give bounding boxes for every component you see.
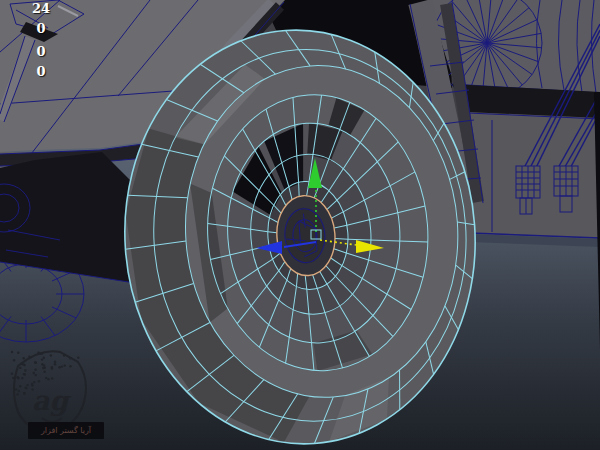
viewport-canvas[interactable] — [0, 0, 600, 450]
maya-3d-viewport[interactable]: 24 0 0 0 ag آریا گستر افزار — [0, 0, 600, 450]
underside-shadow — [0, 152, 140, 283]
